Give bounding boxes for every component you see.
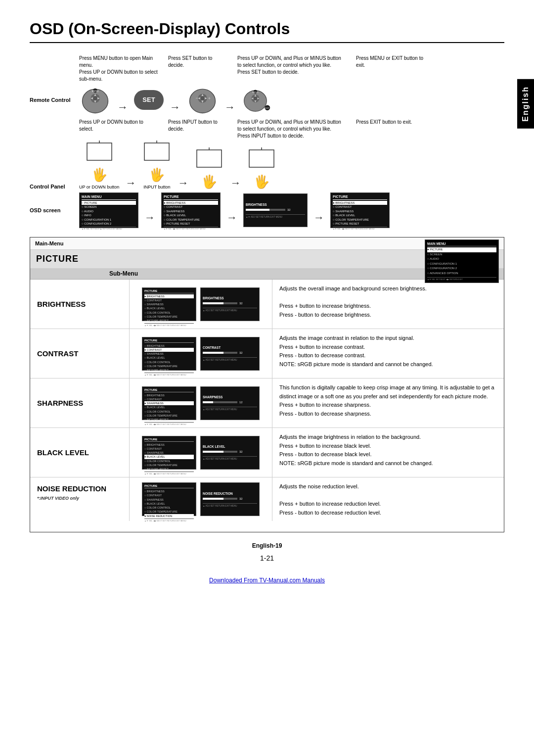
panel-1: 🖐 UP or DOWN button bbox=[79, 141, 119, 189]
control-panel-label: Control Panel bbox=[30, 184, 79, 189]
osd-steps: MAIN MENU ○ PICTURE ○ SCREEN ○ AUDIO ○ I… bbox=[79, 192, 504, 228]
sharpness-screens: PICTURE ○ BRIGHTNESS ○ CONTRAST ● SHARPN… bbox=[129, 378, 272, 427]
svg-text:EXIT: EXIT bbox=[266, 107, 270, 109]
panel-4: 🖐 bbox=[247, 147, 276, 189]
desc-col-4b: Press UP or DOWN, and Plus or MINUS butt… bbox=[237, 119, 346, 140]
arrow-panel-3: → bbox=[227, 177, 244, 189]
hand-icon-3: 🖐 bbox=[201, 174, 217, 189]
osd-screen-label: OSD screen bbox=[30, 207, 79, 213]
brightness-screens: PICTURE ● BRIGHTNESS ○ CONTRAST ○ SHARPN… bbox=[129, 280, 272, 329]
svg-rect-33 bbox=[197, 150, 222, 167]
remote-icon-4: MENU EXIT bbox=[241, 84, 273, 116]
page-number: 1-21 bbox=[30, 554, 504, 562]
svg-text:MENU: MENU bbox=[252, 91, 258, 94]
svg-point-15 bbox=[200, 96, 205, 100]
menu-row-noise-reduction: NOISE REDUCTION *:INPUT VIDEO only PICTU… bbox=[30, 477, 504, 532]
noise-reduction-label: NOISE REDUCTION bbox=[37, 484, 106, 493]
arrow-panel-2: → bbox=[175, 177, 191, 189]
contrast-label: CONTRAST bbox=[30, 329, 129, 378]
osd-thumb-2: PICTURE ● BRIGHTNESS ○ CONTRAST ○ SHARPN… bbox=[161, 192, 221, 228]
brightness-osd-menu: PICTURE ● BRIGHTNESS ○ CONTRAST ○ SHARPN… bbox=[142, 287, 196, 321]
brightness-desc: Adjusts the overall image and background… bbox=[272, 280, 504, 329]
step-3-remote: − + bbox=[186, 84, 219, 116]
page-title: OSD (On-Screen-Display) Controls bbox=[30, 20, 504, 43]
osd-thumb-1: MAIN MENU ○ PICTURE ○ SCREEN ○ AUDIO ○ I… bbox=[79, 192, 138, 228]
arrow-osd-1: → bbox=[141, 211, 158, 224]
language-tab: English bbox=[517, 79, 534, 129]
hand-icon-4: 🖐 bbox=[254, 174, 269, 189]
brightness-label: BRIGHTNESS bbox=[30, 280, 129, 329]
desc-col-1: Press MENU button to open Main menu. Pre… bbox=[79, 55, 158, 83]
sharpness-osd-menu: PICTURE ○ BRIGHTNESS ○ CONTRAST ● SHARPN… bbox=[142, 386, 196, 420]
control-steps: 🖐 UP or DOWN button → 🖐 INPUT button → bbox=[79, 141, 504, 189]
input-btn-label: INPUT button bbox=[143, 185, 170, 189]
svg-text:−: − bbox=[196, 96, 198, 101]
panel-svg-2 bbox=[142, 141, 172, 165]
noise-reduction-note: *:INPUT VIDEO only bbox=[37, 496, 79, 501]
osd-thumb-3: BRIGHTNESS 32 ▲▼ ADJ SET RETURN EXIT MEN… bbox=[243, 193, 308, 227]
noise-reduction-label-col: NOISE REDUCTION *:INPUT VIDEO only bbox=[30, 477, 129, 507]
sharpness-label: SHARPNESS bbox=[30, 378, 129, 427]
step-1-remote: MENU bbox=[79, 84, 111, 116]
desc-col-2: Press SET button to decide. bbox=[168, 55, 227, 83]
svg-point-24 bbox=[253, 96, 257, 100]
osd-screen-row: OSD screen MAIN MENU ○ PICTURE ○ SCREEN … bbox=[30, 192, 504, 228]
main-menu-mini: MAIN MENU ● PICTURE ○ SCREEN ○ AUDIO ○ C… bbox=[425, 239, 499, 283]
menu-row-brightness: BRIGHTNESS PICTURE ● BRIGHTNESS ○ CONTRA… bbox=[30, 280, 504, 329]
panel-svg-1 bbox=[85, 141, 114, 165]
set-button-icon: SET bbox=[134, 90, 164, 110]
panel-svg-3 bbox=[194, 147, 224, 172]
svg-rect-31 bbox=[144, 143, 169, 160]
remote-control-label: Remote Control bbox=[30, 97, 79, 103]
svg-rect-29 bbox=[87, 143, 112, 160]
noise-reduction-desc: Adjusts the noise reduction level. Press… bbox=[272, 477, 504, 522]
footer-label: English-19 bbox=[30, 542, 504, 549]
desc-col-3b: Press INPUT button to decide. bbox=[168, 119, 227, 140]
panel-2: 🖐 INPUT button bbox=[142, 141, 172, 189]
remote-icon-1: MENU bbox=[79, 84, 111, 116]
up-down-label: UP or DOWN button bbox=[79, 185, 119, 189]
sharpness-desc: This function is digitally capable to ke… bbox=[272, 378, 504, 427]
svg-text:MENU: MENU bbox=[92, 90, 99, 93]
contrast-screens: PICTURE ○ BRIGHTNESS ● CONTRAST ○ SHARPN… bbox=[129, 329, 272, 378]
main-menu-label: Main-Menu bbox=[35, 240, 63, 246]
arrow-3: → bbox=[222, 101, 238, 114]
remote-icon-3: − + bbox=[186, 84, 219, 116]
menu-row-black-level: BLACK LEVEL PICTURE ○ BRIGHTNESS ○ CONTR… bbox=[30, 428, 504, 477]
main-table: Main-Menu MAIN MENU ● PICTURE ○ SCREEN ○… bbox=[30, 237, 504, 532]
panel-svg-4 bbox=[247, 147, 276, 172]
arrow-osd-2: → bbox=[223, 211, 240, 224]
arrow-1: → bbox=[114, 101, 131, 114]
svg-point-6 bbox=[93, 96, 97, 100]
noise-reduction-screens: PICTURE ○ BRIGHTNESS ○ CONTRAST ○ SHARPN… bbox=[129, 477, 272, 521]
remote-steps: MENU → SET → − + bbox=[79, 84, 504, 116]
hand-icon-2: 🖐 bbox=[149, 167, 165, 183]
contrast-desc: Adjusts the image contrast in relation t… bbox=[272, 329, 504, 378]
desc-col-3: Press UP or DOWN, and Plus or MINUS butt… bbox=[237, 55, 346, 83]
contrast-bar-screen: CONTRAST 32 ▲ ADJ SET RETURN EXIT MENU bbox=[200, 337, 260, 371]
sharpness-bar-screen: SHARPNESS 12 ▲ ADJ SET RETURN EXIT MENU bbox=[200, 386, 260, 420]
svg-text:+: + bbox=[208, 96, 211, 101]
black-level-label: BLACK LEVEL bbox=[30, 428, 129, 477]
osd-thumb-4: PICTURE ● BRIGHTNESS ○ CONTRAST ○ SHARPN… bbox=[330, 192, 390, 228]
contrast-osd-menu: PICTURE ○ BRIGHTNESS ● CONTRAST ○ SHARPN… bbox=[142, 337, 196, 371]
menu-row-sharpness: SHARPNESS PICTURE ○ BRIGHTNESS ○ CONTRAS… bbox=[30, 378, 504, 428]
download-link[interactable]: Downloaded From TV-Manual.com Manuals bbox=[30, 577, 504, 584]
desc-col-2b: Press UP or DOWN button to select. bbox=[79, 119, 158, 140]
diagram-section: Press MENU button to open Main menu. Pre… bbox=[30, 55, 504, 228]
black-level-osd-menu: PICTURE ○ BRIGHTNESS ○ CONTRAST ○ SHARPN… bbox=[142, 436, 196, 470]
desc-col-4: Press MENU or EXIT button to exit. bbox=[356, 55, 425, 83]
black-level-bar-screen: BLACK LEVEL 32 ▲ ADJ SET RETURN EXIT MEN… bbox=[200, 436, 260, 470]
arrow-osd-3: → bbox=[311, 211, 327, 224]
remote-control-row: Remote Control MENU → SET bbox=[30, 84, 504, 116]
menu-row-contrast: CONTRAST PICTURE ○ BRIGHTNESS ● CONTRAST… bbox=[30, 329, 504, 378]
svg-rect-35 bbox=[249, 150, 274, 167]
arrow-2: → bbox=[167, 101, 183, 114]
arrow-panel-1: → bbox=[122, 177, 139, 189]
step-2-set: SET bbox=[134, 90, 164, 110]
panel-3: 🖐 bbox=[194, 147, 224, 189]
black-level-screens: PICTURE ○ BRIGHTNESS ○ CONTRAST ○ SHARPN… bbox=[129, 428, 272, 477]
hand-icon-1: 🖐 bbox=[91, 167, 107, 183]
noise-reduction-bar-screen: NOISE REDUCTION 32 ▲ ADJ SET RETURN EXIT… bbox=[200, 482, 260, 516]
brightness-bar-screen: BRIGHTNESS 32 ▲ ADJ SET RETURN EXIT MENU bbox=[200, 287, 260, 321]
